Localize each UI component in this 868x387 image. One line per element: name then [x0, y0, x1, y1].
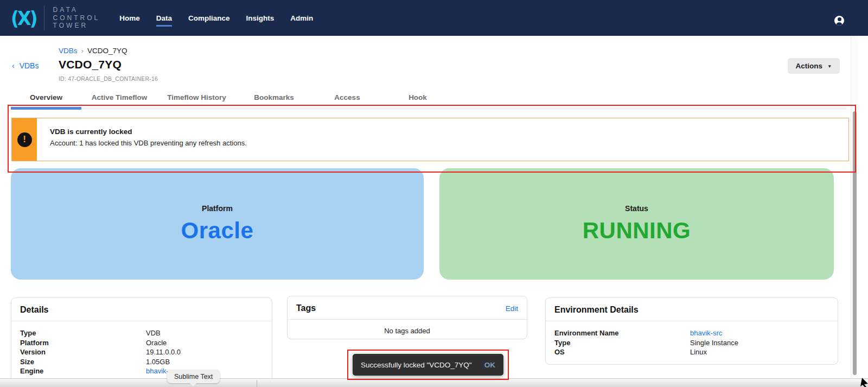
environment-card-header: Environment Details — [546, 298, 838, 321]
tooltip-text: Sublime Text — [174, 373, 213, 380]
alert-message: Account: 1 has locked this VDB preventin… — [50, 139, 247, 147]
back-link-label: VDBs — [20, 61, 39, 70]
sublime-text-tooltip: Sublime Text — [167, 370, 220, 383]
main-nav: Home Data Compliance Insights Admin — [119, 14, 313, 22]
nav-compliance[interactable]: Compliance — [188, 14, 230, 22]
row-value: Oracle — [146, 338, 167, 348]
row-label: Platform — [20, 338, 146, 348]
top-navbar: (X) DATA CONTROL TOWER Home Data Complia… — [0, 0, 868, 36]
details-card-header: Details — [11, 298, 272, 321]
nav-home[interactable]: Home — [119, 14, 140, 22]
brand-line-1: DATA — [53, 6, 100, 14]
tab-bar: Overview Active Timeflow Timeflow Histor… — [11, 92, 453, 110]
alert-title: VDB is currently locked — [50, 128, 247, 136]
details-row-engine: Engine bhavik- — [20, 366, 263, 376]
row-value: VDB — [146, 328, 161, 338]
brand-wordmark: DATA CONTROL TOWER — [53, 6, 100, 30]
environment-details-card: Environment Details Environment Name bha… — [545, 297, 838, 365]
status-card: Status RUNNING — [439, 168, 834, 280]
details-card-title: Details — [20, 305, 48, 315]
row-value: Linux — [690, 347, 707, 357]
nav-data[interactable]: Data — [156, 14, 172, 22]
brand-line-3: TOWER — [53, 22, 100, 30]
alert-badge: ! — [12, 118, 37, 161]
brand-logo[interactable]: (X) DATA CONTROL TOWER — [11, 5, 100, 30]
row-value: Single Instance — [690, 338, 738, 348]
environment-name-link[interactable]: bhavik-src — [690, 328, 722, 338]
active-tab-indicator — [11, 107, 81, 110]
row-label: OS — [554, 347, 690, 357]
tags-card: Tags Edit No tags added — [287, 296, 527, 339]
status-card-label: Status — [625, 204, 648, 213]
environment-rows: Environment Name bhavik-src Type Single … — [546, 321, 838, 357]
tags-empty-text: No tags added — [288, 320, 527, 335]
row-value: 1.05GB — [146, 357, 170, 367]
tags-edit-link[interactable]: Edit — [506, 304, 518, 313]
caret-down-icon: ▼ — [827, 64, 832, 69]
details-row-version: Version 19.11.0.0.0 — [20, 347, 263, 357]
scrollbar-thumb[interactable] — [853, 111, 857, 375]
toast-message: Successfully locked "VCDO_7YQ" — [353, 361, 484, 369]
tags-card-title: Tags — [296, 303, 316, 313]
chevron-left-icon: ‹ — [12, 61, 15, 70]
dock-divider — [257, 380, 257, 387]
actions-button-label: Actions — [796, 62, 823, 70]
dct-logo-icon: (X) — [11, 7, 36, 29]
details-row-platform: Platform Oracle — [20, 338, 263, 348]
platform-card: Platform Oracle — [11, 168, 424, 280]
breadcrumb-vdbs-link[interactable]: VDBs — [59, 47, 78, 55]
back-to-vdbs-link[interactable]: ‹ VDBs — [12, 61, 39, 70]
details-row-size: Size 1.05GB — [20, 357, 263, 367]
scrollbar-track[interactable] — [851, 36, 858, 378]
mouse-cursor — [860, 378, 868, 387]
platform-card-label: Platform — [202, 204, 233, 213]
status-card-value: RUNNING — [583, 218, 691, 244]
platform-card-value: Oracle — [181, 218, 254, 244]
breadcrumb: VDBs › VCDO_7YQ — [59, 47, 158, 55]
environment-row-type: Type Single Instance — [554, 338, 829, 348]
breadcrumb-current: VCDO_7YQ — [87, 47, 127, 55]
screen: (X) DATA CONTROL TOWER Home Data Complia… — [0, 0, 868, 387]
logo-divider — [44, 5, 44, 30]
page-id: ID: 47-ORACLE_DB_CONTAINER-16 — [59, 75, 158, 82]
row-label: Size — [20, 357, 146, 367]
vdb-locked-alert: ! VDB is currently locked Account: 1 has… — [11, 118, 849, 161]
page-title: VCDO_7YQ — [59, 58, 158, 71]
row-label: Engine — [20, 366, 146, 376]
environment-card-title: Environment Details — [554, 305, 639, 315]
macos-dock-edge — [0, 378, 868, 387]
toast-ok-button[interactable]: OK — [484, 361, 503, 369]
row-label: Type — [20, 328, 146, 338]
tags-card-header: Tags Edit — [288, 296, 527, 320]
actions-button[interactable]: Actions ▼ — [788, 58, 840, 74]
breadcrumb-separator-icon: › — [81, 47, 84, 55]
user-account-icon[interactable] — [834, 16, 844, 26]
brand-line-2: CONTROL — [53, 14, 100, 22]
toast-notification: Successfully locked "VCDO_7YQ" OK — [353, 354, 503, 376]
details-card: Details Type VDB Platform Oracle Version… — [11, 297, 272, 385]
row-label: Type — [554, 338, 690, 348]
details-rows: Type VDB Platform Oracle Version 19.11.0… — [11, 321, 272, 376]
environment-row-os: OS Linux — [554, 347, 829, 357]
tab-bar-baseline — [11, 107, 846, 110]
nav-admin[interactable]: Admin — [290, 14, 313, 22]
engine-link[interactable]: bhavik- — [146, 366, 169, 376]
row-label: Environment Name — [554, 328, 690, 338]
environment-row-name: Environment Name bhavik-src — [554, 328, 829, 338]
page-header: VDBs › VCDO_7YQ VCDO_7YQ ID: 47-ORACLE_D… — [59, 47, 158, 82]
row-value: 19.11.0.0.0 — [146, 347, 181, 357]
alert-text: VDB is currently locked Account: 1 has l… — [37, 118, 247, 161]
row-label: Version — [20, 347, 146, 357]
nav-insights[interactable]: Insights — [246, 14, 275, 22]
warning-exclamation-icon: ! — [17, 132, 32, 147]
details-row-type: Type VDB — [20, 328, 263, 338]
